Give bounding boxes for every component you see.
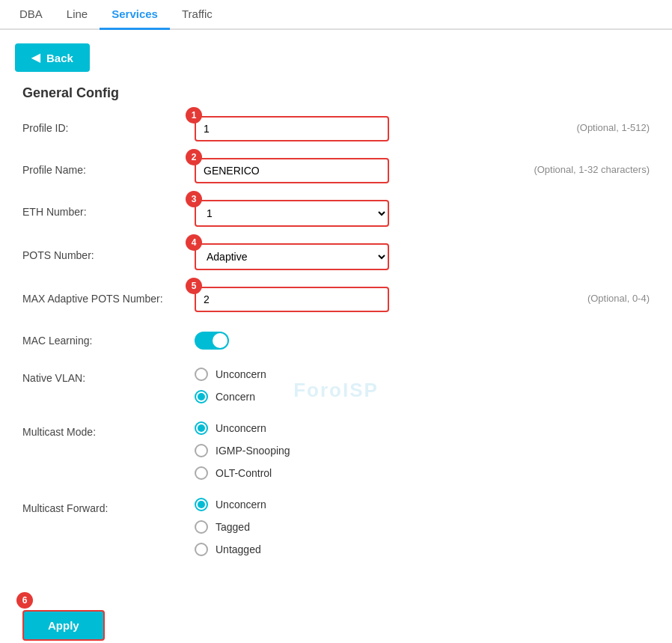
profile-name-hint: (Optional, 1-32 characters) xyxy=(534,158,650,175)
apply-button[interactable]: Apply xyxy=(22,610,105,641)
pots-number-label: POTS Number: xyxy=(22,243,195,261)
mac-learning-row: MAC Learning: xyxy=(22,329,650,350)
multicast-forward-tagged[interactable]: Tagged xyxy=(195,520,266,534)
max-adaptive-pots-label: MAX Adaptive POTS Number: xyxy=(22,287,195,305)
pots-number-row: POTS Number: 4 Adaptive 0 1 2 xyxy=(22,243,650,270)
tab-line[interactable]: Line xyxy=(55,0,100,30)
step-badge-1: 1 xyxy=(186,107,202,124)
multicast-forward-untagged-label: Untagged xyxy=(216,543,261,555)
multicast-forward-unconcern[interactable]: Unconcern xyxy=(195,498,266,511)
multicast-forward-unconcern-label: Unconcern xyxy=(216,499,266,511)
profile-name-wrap: 2 xyxy=(195,158,523,183)
multicast-mode-row: Multicast Mode: Unconcern IGMP-Snooping … xyxy=(22,420,650,480)
native-vlan-concern[interactable]: Concern xyxy=(195,390,266,403)
native-vlan-row: Native VLAN: Unconcern Concern xyxy=(22,366,650,403)
multicast-mode-radio-group: Unconcern IGMP-Snooping OLT-Control xyxy=(195,420,290,480)
radio-inner-nv-concern xyxy=(198,393,205,400)
radio-outer-mf-unconcern xyxy=(195,498,208,511)
multicast-forward-label: Multicast Forward: xyxy=(22,496,195,514)
profile-id-input[interactable] xyxy=(195,116,389,141)
max-adaptive-pots-input[interactable] xyxy=(195,287,389,312)
step-badge-4: 4 xyxy=(186,234,202,251)
native-vlan-label: Native VLAN: xyxy=(22,366,195,384)
multicast-forward-untagged[interactable]: Untagged xyxy=(195,543,266,556)
tabs-bar: DBA Line Services Traffic xyxy=(0,0,672,30)
max-adaptive-pots-row: MAX Adaptive POTS Number: 5 (Optional, 0… xyxy=(22,287,650,312)
profile-name-label: Profile Name: xyxy=(22,158,195,176)
eth-number-label: ETH Number: xyxy=(22,200,195,218)
radio-outer-mf-untagged xyxy=(195,543,208,556)
general-config-form: Profile ID: 1 (Optional, 1-512) Profile … xyxy=(0,116,672,595)
radio-outer-mf-tagged xyxy=(195,520,208,534)
tab-services[interactable]: Services xyxy=(100,0,170,30)
multicast-mode-label: Multicast Mode: xyxy=(22,420,195,438)
back-arrow-icon: ◀ xyxy=(31,51,40,64)
native-vlan-unconcern-label: Unconcern xyxy=(216,368,266,380)
multicast-mode-igmp[interactable]: IGMP-Snooping xyxy=(195,444,290,457)
mac-learning-toggle-wrap xyxy=(195,329,229,350)
radio-inner-mm-unconcern xyxy=(198,424,205,432)
native-vlan-concern-label: Concern xyxy=(216,391,255,403)
max-adaptive-pots-wrap: 5 xyxy=(195,287,577,312)
back-button[interactable]: ◀ Back xyxy=(15,43,90,72)
multicast-mode-unconcern-label: Unconcern xyxy=(216,422,266,434)
multicast-mode-igmp-label: IGMP-Snooping xyxy=(216,445,290,457)
profile-id-hint: (Optional, 1-512) xyxy=(576,116,650,133)
eth-number-row: ETH Number: 3 1 2 3 4 xyxy=(22,200,650,227)
profile-id-label: Profile ID: xyxy=(22,116,195,134)
radio-outer-mm-olt xyxy=(195,466,208,480)
profile-id-row: Profile ID: 1 (Optional, 1-512) xyxy=(22,116,650,141)
radio-outer-nv-concern xyxy=(195,390,208,403)
native-vlan-radio-group: Unconcern Concern xyxy=(195,366,266,403)
profile-name-input[interactable] xyxy=(195,158,389,183)
mac-learning-toggle[interactable] xyxy=(195,332,229,350)
multicast-mode-olt-label: OLT-Control xyxy=(216,467,272,479)
eth-number-wrap: 3 1 2 3 4 xyxy=(195,200,650,227)
tab-dba[interactable]: DBA xyxy=(7,0,55,30)
step-badge-5: 5 xyxy=(186,278,202,294)
apply-area: 6 Apply xyxy=(0,595,672,643)
profile-id-wrap: 1 xyxy=(195,116,566,141)
radio-outer-nv-unconcern xyxy=(195,368,208,381)
multicast-forward-radio-group: Unconcern Tagged Untagged xyxy=(195,496,266,556)
pots-number-wrap: 4 Adaptive 0 1 2 xyxy=(195,243,650,270)
multicast-forward-row: Multicast Forward: Unconcern Tagged Unta… xyxy=(22,496,650,556)
multicast-forward-tagged-label: Tagged xyxy=(216,521,250,533)
max-adaptive-pots-hint: (Optional, 0-4) xyxy=(587,287,650,304)
step-badge-2: 2 xyxy=(186,149,202,165)
step-badge-6: 6 xyxy=(16,592,33,609)
section-title: General Config xyxy=(22,85,650,101)
multicast-mode-unconcern[interactable]: Unconcern xyxy=(195,421,290,435)
mac-learning-label: MAC Learning: xyxy=(22,329,195,347)
radio-inner-mf-unconcern xyxy=(198,501,205,508)
eth-number-select[interactable]: 1 2 3 4 xyxy=(195,200,389,227)
native-vlan-unconcern[interactable]: Unconcern xyxy=(195,368,266,381)
radio-outer-mm-igmp xyxy=(195,444,208,457)
radio-outer-mm-unconcern xyxy=(195,421,208,435)
step-badge-3: 3 xyxy=(186,191,202,207)
multicast-mode-olt[interactable]: OLT-Control xyxy=(195,466,290,480)
pots-number-select[interactable]: Adaptive 0 1 2 xyxy=(195,243,389,270)
tab-traffic[interactable]: Traffic xyxy=(170,0,224,30)
toggle-knob xyxy=(213,333,227,348)
profile-name-row: Profile Name: 2 (Optional, 1-32 characte… xyxy=(22,158,650,183)
